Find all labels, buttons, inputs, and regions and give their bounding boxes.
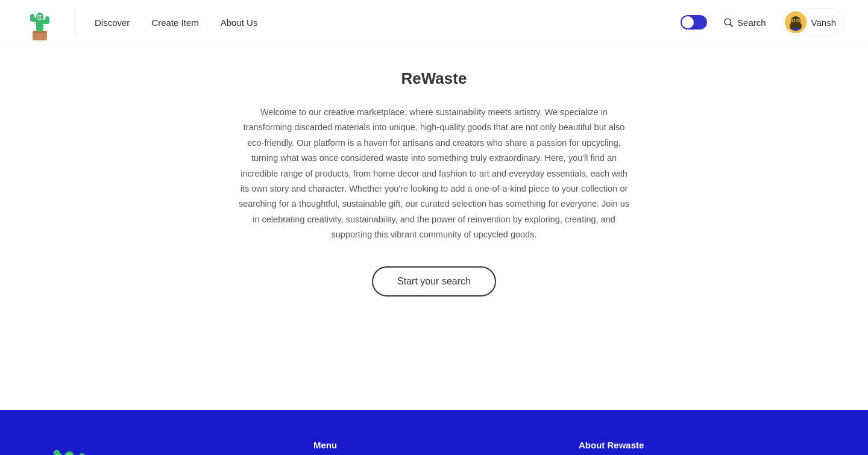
hero-title: ReWaste — [401, 69, 467, 88]
logo-area: Discover Create Item About Us — [24, 3, 257, 42]
svg-point-21 — [792, 20, 794, 22]
search-button[interactable]: Search — [717, 13, 772, 31]
toggle-knob — [682, 16, 694, 28]
svg-rect-4 — [30, 14, 34, 21]
svg-point-22 — [797, 20, 799, 22]
nav-discover[interactable]: Discover — [95, 17, 130, 28]
header-right: Search Vansh — [681, 8, 844, 36]
start-search-button[interactable]: Start your search — [372, 266, 496, 297]
avatar — [785, 11, 807, 33]
footer-inner: The New Creative Menu Discover Create It… — [48, 440, 820, 455]
theme-toggle[interactable] — [681, 15, 707, 30]
footer-about: About Rewaste Contact Us — [579, 440, 820, 455]
search-icon — [723, 17, 734, 28]
search-label: Search — [737, 17, 766, 28]
svg-point-35 — [79, 453, 86, 455]
hero-section: ReWaste Welcome to our creative marketpl… — [0, 45, 868, 333]
footer-logo — [48, 440, 90, 455]
svg-rect-6 — [45, 16, 49, 24]
logo-divider — [75, 10, 75, 34]
svg-line-15 — [730, 24, 732, 27]
footer-menu: Menu Discover Create Item About Us — [313, 440, 555, 455]
header: Discover Create Item About Us Search — [0, 0, 868, 45]
footer: The New Creative Menu Discover Create It… — [0, 410, 868, 455]
theme-toggle-wrapper — [681, 15, 707, 30]
svg-point-34 — [54, 450, 60, 455]
svg-line-12 — [34, 23, 36, 24]
nav-about-us[interactable]: About Us — [221, 17, 258, 28]
hero-description: Welcome to our creative marketplace, whe… — [235, 105, 633, 242]
avatar-icon — [785, 11, 807, 33]
svg-point-10 — [41, 16, 42, 17]
svg-rect-25 — [64, 451, 74, 455]
svg-point-9 — [39, 16, 40, 17]
footer-menu-heading: Menu — [313, 440, 555, 450]
footer-about-heading: About Rewaste — [579, 440, 820, 450]
footer-brand: The New Creative — [48, 440, 289, 455]
header-nav: Discover Create Item About Us — [95, 17, 257, 28]
nav-create-item[interactable]: Create Item — [151, 17, 198, 28]
user-button[interactable]: Vansh — [782, 8, 844, 36]
main-content: ReWaste Welcome to our creative marketpl… — [0, 0, 868, 410]
user-name: Vansh — [811, 17, 836, 28]
logo-icon — [24, 3, 55, 42]
